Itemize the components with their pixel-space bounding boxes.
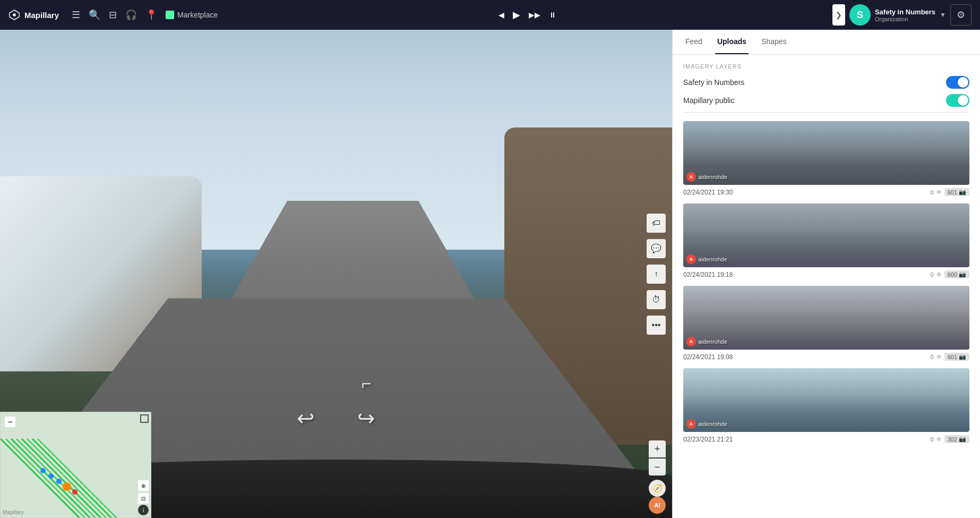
upload-stats-4: 0 👁 302 📷	[931, 435, 969, 443]
image-count-badge-4: 302 📷	[944, 435, 969, 443]
share-icon[interactable]: ↑	[647, 265, 666, 284]
view-count-1: 0	[931, 189, 934, 196]
compass-control[interactable]: 🧭	[649, 480, 666, 497]
go-straight-arrow[interactable]: ⌐	[362, 374, 372, 394]
settings-button[interactable]: ⚙	[950, 4, 972, 26]
org-name: Safety in Numbers	[875, 8, 935, 16]
right-panel: Feed Uploads Shapes IMAGERY LAYERS Safet…	[672, 30, 980, 518]
upload-date-1: 02/24/2021 19:30	[683, 189, 733, 196]
upload-user-info-3: A aidenrohde	[686, 337, 727, 346]
org-caret-icon[interactable]: ▼	[940, 11, 946, 19]
playback-controls: ◀ ▶ ▶▶ ⏸	[222, 6, 832, 24]
history-icon[interactable]: ⏱	[647, 290, 666, 309]
viewer-tool-icons: 🏷 💬 ↑ ⏱ •••	[647, 214, 666, 335]
org-avatar[interactable]: S	[849, 4, 871, 26]
toggle-knob	[958, 77, 968, 88]
layer-mapillary-name: Mapillary public	[683, 96, 734, 105]
view-count-4: 0	[931, 436, 934, 443]
upload-card-4[interactable]: A aidenrohde 02/23/2021 21:21 0 👁 302 📷	[683, 368, 969, 444]
org-info: Safety in Numbers Organization	[875, 8, 935, 22]
upload-date-3: 02/24/2021 19:08	[683, 353, 733, 361]
minimap-info-button[interactable]: i	[138, 505, 149, 515]
top-navigation: Mapillary ☰ 🔍 ⊟ 🎧 📍 Marketplace ◀ ▶ ▶▶ ⏸…	[0, 0, 980, 30]
upload-stats-2: 0 👁 600 📷	[931, 270, 969, 278]
divider	[683, 112, 969, 113]
pause-button[interactable]: ⏸	[546, 7, 560, 22]
tab-uploads[interactable]: Uploads	[715, 30, 749, 54]
location-button[interactable]: 📍	[141, 6, 161, 24]
user-avatar-2: A	[686, 254, 696, 264]
svg-point-1	[13, 13, 16, 16]
user-avatar-3: A	[686, 337, 696, 346]
org-subtitle: Organization	[875, 16, 935, 22]
minimap-content: − ⊕ ⊡ i Mapillary	[1, 412, 151, 517]
upload-meta-2: 02/24/2021 19:18 0 👁 600 📷	[683, 267, 969, 279]
app-logo[interactable]: Mapillary	[8, 9, 59, 21]
panel-tabs: Feed Uploads Shapes	[673, 30, 980, 55]
directions-button[interactable]: 🎧	[121, 6, 141, 24]
upload-date-4: 02/23/2021 21:21	[683, 436, 733, 443]
imagery-layers-label: IMAGERY LAYERS	[683, 63, 969, 70]
svg-point-13	[56, 479, 62, 484]
filter-button[interactable]: ⊟	[105, 6, 121, 24]
eye-icon-1: 👁	[936, 189, 942, 196]
app-name: Mapillary	[24, 11, 59, 20]
more-icon[interactable]: •••	[647, 316, 666, 335]
layer-safety-name: Safety in Numbers	[683, 78, 744, 87]
upload-card-2[interactable]: A aidenrohde 02/24/2021 19:18 0 👁 600 📷	[683, 203, 969, 279]
tab-feed[interactable]: Feed	[683, 30, 704, 54]
mapillary-logo-icon	[8, 9, 20, 21]
layer-safety-in-numbers: Safety in Numbers	[683, 76, 969, 89]
comment-icon[interactable]: 💬	[647, 239, 666, 258]
eye-icon-4: 👁	[936, 436, 942, 443]
upload-meta-4: 02/23/2021 21:21 0 👁 302 📷	[683, 432, 969, 444]
upload-user-info-1: A aidenrohde	[686, 172, 727, 182]
turn-left-arrow[interactable]: ↩	[297, 406, 315, 430]
layer-mapillary-toggle[interactable]	[946, 94, 969, 107]
ai-badge[interactable]: AI	[649, 497, 666, 514]
upload-meta-1: 02/24/2021 19:30 0 👁 601 📷	[683, 185, 969, 197]
upload-stats-3: 0 👁 601 📷	[931, 353, 969, 361]
marketplace-link[interactable]: Marketplace	[161, 9, 222, 21]
tab-shapes[interactable]: Shapes	[759, 30, 788, 54]
layer-safety-toggle[interactable]	[946, 76, 969, 89]
upload-stats-1: 0 👁 601 📷	[931, 188, 969, 196]
user-name-1: aidenrohde	[698, 174, 727, 180]
svg-point-11	[40, 468, 46, 473]
upload-thumb-1: A aidenrohde	[683, 121, 969, 185]
street-viewer[interactable]: ↩ ⌐ ↪ 🏷 💬 ↑ ⏱ ••• + − 🧭 AI	[0, 30, 672, 518]
zoom-in-button[interactable]: +	[649, 440, 666, 457]
minimap-expand-icon[interactable]	[140, 414, 149, 423]
layer-mapillary-public: Mapillary public	[683, 94, 969, 107]
upload-card-1[interactable]: A aidenrohde 02/24/2021 19:30 0 👁 601 📷	[683, 121, 969, 197]
tag-icon[interactable]: 🏷	[647, 214, 666, 233]
eye-icon-3: 👁	[936, 353, 942, 361]
view-count-2: 0	[931, 271, 934, 278]
next-button[interactable]: ▶▶	[526, 7, 544, 22]
search-button[interactable]: 🔍	[84, 6, 105, 24]
turn-right-arrow[interactable]: ↪	[357, 406, 375, 430]
eye-icon-2: 👁	[936, 271, 942, 278]
image-count-badge-3: 601 📷	[944, 353, 969, 361]
user-avatar-1: A	[686, 172, 696, 182]
minimap-cursor-button[interactable]: ⊡	[138, 493, 149, 504]
zoom-controls: + −	[649, 440, 666, 475]
minimap-compass-button[interactable]: ⊕	[138, 480, 149, 491]
view-count-3: 0	[931, 354, 934, 360]
upload-user-info-4: A aidenrohde	[686, 419, 727, 429]
minimap-logo: Mapillary	[3, 509, 24, 515]
panel-toggle-button[interactable]: ❯	[832, 4, 845, 26]
navigation-arrows: ↩ ⌐ ↪	[297, 406, 375, 430]
toggle-knob	[958, 95, 968, 106]
upload-card-3[interactable]: A aidenrohde 02/24/2021 19:08 0 👁 601 📷	[683, 286, 969, 362]
minimap-zoom-out-button[interactable]: −	[5, 417, 15, 427]
zoom-out-button[interactable]: −	[649, 458, 666, 475]
prev-button[interactable]: ◀	[495, 7, 508, 22]
play-button[interactable]: ▶	[510, 6, 523, 24]
user-name-3: aidenrohde	[698, 338, 727, 345]
upload-thumb-3: A aidenrohde	[683, 286, 969, 350]
menu-button[interactable]: ☰	[67, 6, 84, 24]
upload-user-info-2: A aidenrohde	[686, 254, 727, 264]
org-initial: S	[857, 10, 863, 21]
minimap[interactable]: − ⊕ ⊡ i Mapillary	[0, 412, 151, 518]
